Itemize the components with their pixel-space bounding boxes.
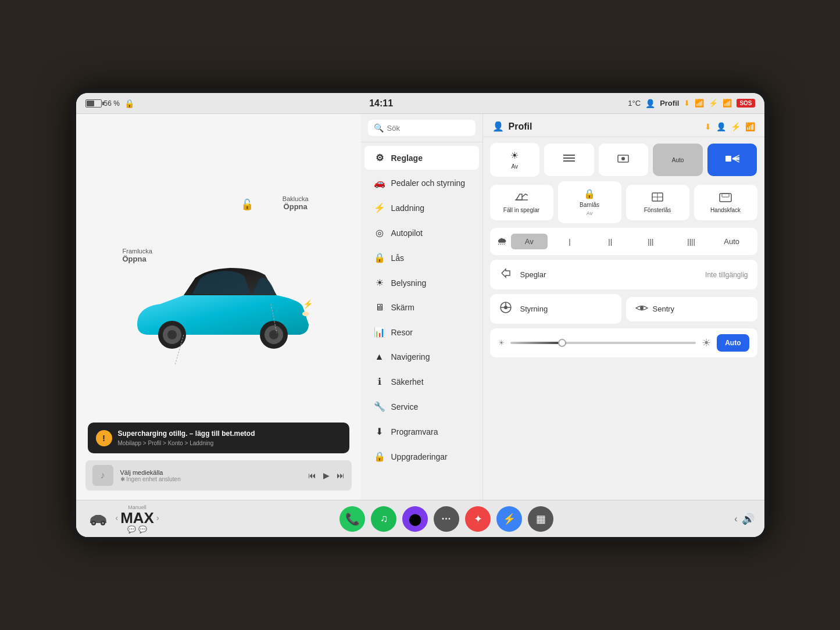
media-music-icon: ♪ [92,465,113,486]
car-svg: ⚡ [114,249,323,365]
chevron-left-icon: ‹ [734,514,737,524]
notification-title: Supercharging otillg. – lägg till bet.me… [118,428,255,439]
camera-app-btn[interactable]: ⬤ [402,506,428,532]
menu-item-pedaler[interactable]: 🚗 Pedaler och styrning [364,171,479,195]
brightness-auto-btn[interactable]: Auto [717,334,749,352]
auto-light-btn[interactable]: Auto [653,144,703,176]
autopilot-icon: ◎ [374,227,385,238]
sakerhet-label: Säkerhet [391,377,424,386]
bluetooth-icon: ⚡ [709,99,718,108]
brightness-slider[interactable] [510,342,696,344]
phone-icon: 📞 [345,512,360,526]
phone-app-btn[interactable]: 📞 [339,506,365,532]
menu-item-resor[interactable]: 📊 Resor [364,320,479,344]
brightness-sun-large-icon: ☀ [702,337,711,349]
status-time: 14:11 [369,98,393,109]
warning-icon: ! [96,430,112,446]
brightness-off-btn[interactable]: ☀ Av [490,143,540,177]
fold-mirrors-btn[interactable]: Fäll in speglar [490,185,553,220]
menu-item-skarm[interactable]: 🖥 Skärm [364,296,479,319]
status-bar: 56 % 🔒 14:11 1°C 👤 Profil ⬇ 📶 ⚡ 📶 SOS [76,93,764,114]
media-info: Välj mediekälla ✱ Ingen enhet ansluten [120,469,301,482]
download-icon: ⬇ [684,99,690,108]
autopilot-label: Autopilot [391,228,423,238]
mirror-adjust-icon [499,267,516,282]
search-wrap[interactable]: 🔍 [368,120,476,136]
wiper-speed3-btn[interactable]: ||| [632,234,670,249]
mirror-label: Speglar [520,270,701,279]
sentry-eye-icon [635,304,648,314]
taskbar-center: 📞 ♫ ⬤ ••• ✦ ⚡ ▦ [339,506,553,532]
menu-item-sakerhet[interactable]: ℹ Säkerhet [364,370,479,393]
uppgraderingar-label: Uppgraderingar [391,452,448,461]
child-lock-btn[interactable]: 🔒 Barnlås Av [558,181,621,223]
camera-icon: ⬤ [409,512,421,526]
prev-track-btn[interactable]: ⏮ [308,471,316,480]
programvara-icon: ⬇ [374,426,385,437]
settings-title: Profil [509,121,532,132]
menu-item-navigering[interactable]: ▲ Navigering [364,345,479,368]
media-bar[interactable]: ♪ Välj mediekälla ✱ Ingen enhet ansluten… [85,460,352,491]
svg-point-14 [621,157,625,160]
spotify-icon: ♫ [380,513,388,525]
menu-item-las[interactable]: 🔒 Lås [364,246,479,270]
screen: 56 % 🔒 14:11 1°C 👤 Profil ⬇ 📶 ⚡ 📶 SOS [76,93,764,537]
wifi-icon: 📶 [695,99,704,108]
bluetooth-status-icon: ⚡ [731,122,741,131]
rear-door-action: Öppna [283,202,309,211]
wiper-speed4-btn[interactable]: |||| [673,234,710,249]
svg-point-32 [640,306,644,310]
fold-btn[interactable] [544,144,594,176]
wiper-auto-btn[interactable]: Auto [713,234,750,249]
menu-item-service[interactable]: 🔧 Service [364,395,479,418]
menu-item-reglage[interactable]: ⚙ Reglage [364,146,479,170]
gear-display: Manuell ‹ MAX › 💬 💬 [116,504,159,534]
menu-item-laddning[interactable]: ⚡ Laddning [364,196,479,220]
svg-rect-26 [722,194,729,197]
car-image-area: Framlucka Öppna Baklucka Öppna 🔓 [76,114,361,500]
games-icon: ✦ [474,513,482,525]
next-track-btn[interactable]: ⏭ [337,471,345,480]
notification-text: Supercharging otillg. – lägg till bet.me… [118,428,255,448]
glovebox-btn[interactable]: Handskfack [694,185,757,220]
search-input[interactable] [387,124,470,133]
gear-next-arrow: › [156,513,159,522]
search-icon: 🔍 [374,123,384,133]
menu-item-belysning[interactable]: ☀ Belysning [364,271,479,295]
window-lock-btn[interactable]: Fönsterlås [626,185,689,220]
grid-app-btn[interactable]: ▦ [528,506,553,532]
display-icon [617,155,629,165]
download-status-icon: ⬇ [705,122,712,131]
headlight-icon [725,154,739,166]
headlight-btn[interactable] [707,144,757,176]
menu-item-autopilot[interactable]: ◎ Autopilot [364,221,479,245]
front-door-label: Framlucka [123,248,152,255]
menu-list: ⚙ Reglage 🚗 Pedaler och styrning ⚡ Laddn… [361,142,482,500]
settings-top-icons: ⬇ 👤 ⚡ 📶 [705,122,755,131]
spotify-app-btn[interactable]: ♫ [371,506,396,532]
profile-label: Profil [660,99,679,108]
bluetooth-app-btn[interactable]: ⚡ [496,506,522,532]
wiper-off-btn[interactable]: Av [511,234,548,249]
car-home-btn[interactable] [85,506,111,532]
media-subtitle: ✱ Ingen enhet ansluten [120,476,301,482]
volume-control[interactable]: 🔊 [742,513,755,525]
games-app-btn[interactable]: ✦ [465,506,491,532]
steering-sentry-row: Styrning Sentry [490,294,757,324]
play-btn[interactable]: ▶ [323,471,330,480]
brightness-row: ☀ ☀ Auto [490,328,757,357]
wiper-speed2-btn[interactable]: || [592,234,629,249]
media-controls[interactable]: ⏮ ▶ ⏭ [308,471,345,480]
brightness-thumb[interactable] [558,339,566,347]
more-apps-btn[interactable]: ••• [434,506,459,532]
menu-item-uppgraderingar[interactable]: 🔒 Uppgraderingar [364,445,479,468]
reglage-icon: ⚙ [374,152,385,163]
las-icon: 🔒 [374,252,385,263]
settings-content: ☀ Av [483,137,764,500]
uppgraderingar-icon: 🔒 [374,451,385,462]
menu-item-programvara[interactable]: ⬇ Programvara [364,420,479,443]
wiper-speed1-btn[interactable]: | [551,234,588,249]
display-mode-btn[interactable] [599,144,649,176]
navigering-icon: ▲ [374,352,385,362]
steering-row: Styrning [490,294,621,324]
